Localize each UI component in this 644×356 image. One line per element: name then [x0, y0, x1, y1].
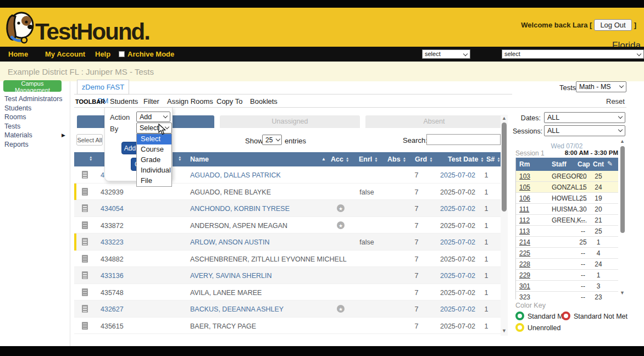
room-link[interactable]: 228	[519, 260, 530, 268]
student-name-link[interactable]: BACKUS, DEEANNA ASHLEY	[190, 305, 284, 313]
table-row[interactable]: 435748 AVILA, LANEE MAREE 7 2025-07-02 1	[74, 284, 501, 301]
table-row[interactable]: 432627 BACKUS, DEEANNA ASHLEY 7 2025-07-…	[74, 301, 501, 318]
logout-button[interactable]: Log Out	[594, 19, 631, 31]
column-header-abs[interactable]: Abs	[387, 155, 406, 163]
room-link[interactable]: 103	[519, 173, 530, 180]
room-link[interactable]: 214	[519, 238, 530, 246]
room-row[interactable]: 225 -- 4	[516, 248, 618, 259]
room-row[interactable]: 214 25 1	[516, 237, 618, 248]
student-name-link[interactable]: ANDERSON, ASPEN MEAGAN	[190, 222, 287, 230]
sidebar-item-tests[interactable]: Tests	[4, 123, 20, 130]
student-name-link[interactable]: AVILA, LANEE MAREE	[190, 289, 262, 297]
column-header-enrl[interactable]: Enrl	[359, 155, 378, 163]
sort-hidden-column[interactable]	[178, 155, 181, 161]
student-document-icon[interactable]	[82, 221, 88, 229]
room-row[interactable]: 112 GREEN,K... -- 21	[516, 215, 618, 226]
edit-pencil-icon[interactable]	[607, 160, 613, 168]
rooms-scrollbar-thumb[interactable]	[620, 146, 625, 233]
option-course[interactable]: Course	[137, 144, 171, 155]
nav-select-2[interactable]: select	[502, 49, 644, 59]
archive-mode-checkbox[interactable]	[119, 51, 125, 57]
option-select[interactable]: Select	[137, 134, 171, 144]
nav-select-1[interactable]: select	[422, 49, 470, 59]
room-row[interactable]: 111 HUISMA... 30 20	[516, 204, 618, 215]
room-link[interactable]: 105	[519, 183, 530, 191]
table-row[interactable]: 433223 ARLOW, ANSON AUSTIN false 7 2025-…	[74, 233, 501, 251]
action-select[interactable]: Add	[136, 112, 170, 122]
table-row[interactable]: 434882 ASCHENBRENER, ZITLALLI EYVONNE MI…	[74, 251, 501, 268]
room-link[interactable]: 323	[519, 293, 530, 299]
table-row[interactable]: 434054 ANCHONDO, KORBIN TYRESE 7 2025-07…	[74, 200, 501, 217]
students-scrollbar-thumb[interactable]	[502, 123, 507, 212]
toolbar-item-assign-rooms[interactable]: Assign Rooms	[167, 97, 213, 105]
table-row[interactable]: 433872 ANDERSON, ASPEN MEAGAN 7 2025-07-…	[74, 217, 501, 234]
status-tab-unassigned[interactable]: Unassigned	[220, 115, 360, 128]
tests-select[interactable]: Math - MS	[576, 81, 626, 92]
sort-id-column[interactable]	[89, 155, 92, 161]
scroll-up-icon[interactable]: ▲	[502, 115, 507, 121]
student-name-link[interactable]: BAER, TRACY PAGE	[190, 322, 256, 330]
sidebar-item-reports[interactable]: Reports	[4, 141, 29, 148]
toolbar-item-booklets[interactable]: Booklets	[250, 97, 277, 105]
student-name-link[interactable]: AVERY, SAVINA SHERLIN	[190, 272, 271, 280]
table-row[interactable]: 435615 BAER, TRACY PAGE 7 2025-07-02 1	[74, 318, 501, 335]
room-row[interactable]: 229 -- 1	[516, 270, 618, 281]
option-file[interactable]: File	[137, 176, 171, 186]
show-entries-select[interactable]: 25	[262, 135, 282, 145]
room-row[interactable]: 301 -- 3	[516, 281, 618, 292]
dates-select[interactable]: ALL	[544, 112, 625, 123]
campus-management-button[interactable]: Campus Management	[3, 80, 62, 92]
room-link[interactable]: 113	[519, 227, 530, 235]
table-row[interactable]: 433136 AVERY, SAVINA SHERLIN 7 2025-07-0…	[74, 267, 501, 284]
room-row[interactable]: 228 -- 24	[516, 259, 618, 270]
student-document-icon[interactable]	[82, 238, 88, 246]
column-header-name[interactable]: Name	[190, 155, 209, 163]
column-header-acc[interactable]: Acc	[331, 155, 349, 163]
scroll-down-icon[interactable]: ▼	[620, 290, 625, 296]
student-document-icon[interactable]	[82, 288, 88, 296]
nav-item-help[interactable]: Help	[95, 50, 110, 58]
column-header-test-date[interactable]: Test Date	[448, 155, 484, 163]
student-name-link[interactable]: AGUADO, RENE BLAYKE	[190, 188, 271, 196]
student-document-icon[interactable]	[82, 204, 88, 212]
sidebar-item-test-administrators[interactable]: Test Administrators	[4, 95, 63, 103]
room-row[interactable]: 105 GONZAL... 15 24	[516, 182, 618, 193]
toolbar-item-copy-to[interactable]: Copy To	[216, 97, 242, 105]
room-link[interactable]: 112	[519, 216, 530, 224]
student-document-icon[interactable]	[82, 188, 88, 196]
room-link[interactable]: 106	[519, 194, 530, 202]
option-grade[interactable]: Grade	[137, 155, 171, 165]
student-document-icon[interactable]	[82, 322, 88, 330]
search-input[interactable]	[426, 134, 501, 145]
toolbar-item-filter[interactable]: Filter	[143, 97, 159, 105]
status-tab-absent[interactable]: Absent	[365, 115, 503, 128]
sidebar-item-students[interactable]: Students	[4, 104, 31, 112]
nav-item-home[interactable]: Home	[8, 50, 28, 58]
scroll-down-icon[interactable]: ▼	[502, 328, 507, 333]
student-name-link[interactable]: ARLOW, ANSON AUSTIN	[190, 238, 269, 246]
select-all-button[interactable]: Select All	[76, 134, 103, 146]
sidebar-item-rooms[interactable]: Rooms	[4, 113, 26, 121]
nav-item-my-account[interactable]: My Account	[45, 50, 85, 58]
column-header-grd[interactable]: Grd	[415, 155, 433, 163]
student-document-icon[interactable]	[82, 305, 88, 313]
reset-link[interactable]: Reset	[606, 97, 625, 105]
student-name-link[interactable]: ASCHENBRENER, ZITLALLI EYVONNE MICHELL	[190, 255, 347, 263]
toolbar-item-students[interactable]: Students	[110, 97, 138, 105]
scroll-up-icon[interactable]: ▲	[620, 138, 625, 144]
sessions-select[interactable]: ALL	[544, 125, 625, 136]
room-row[interactable]: 323 -- 23	[516, 292, 618, 299]
room-link[interactable]: 225	[519, 249, 530, 257]
room-link[interactable]: 301	[519, 282, 530, 290]
test-tab-zdemo-fast-pm[interactable]: zDemo FAST PM	[77, 80, 129, 94]
room-row[interactable]: 106 HOWELL,... 25 19	[516, 193, 618, 204]
room-row[interactable]: 113 -- 25	[516, 226, 618, 237]
student-name-link[interactable]: AGUADO, DALLAS PATRICK	[190, 171, 281, 179]
student-document-icon[interactable]	[82, 255, 88, 263]
student-document-icon[interactable]	[82, 171, 88, 179]
room-row[interactable]: 103 GREGOR... 20 25	[516, 171, 618, 182]
sidebar-item-materials[interactable]: Materials	[4, 131, 32, 139]
room-link[interactable]: 111	[519, 205, 529, 213]
student-document-icon[interactable]	[82, 271, 88, 279]
option-individual[interactable]: Individual	[137, 165, 171, 176]
